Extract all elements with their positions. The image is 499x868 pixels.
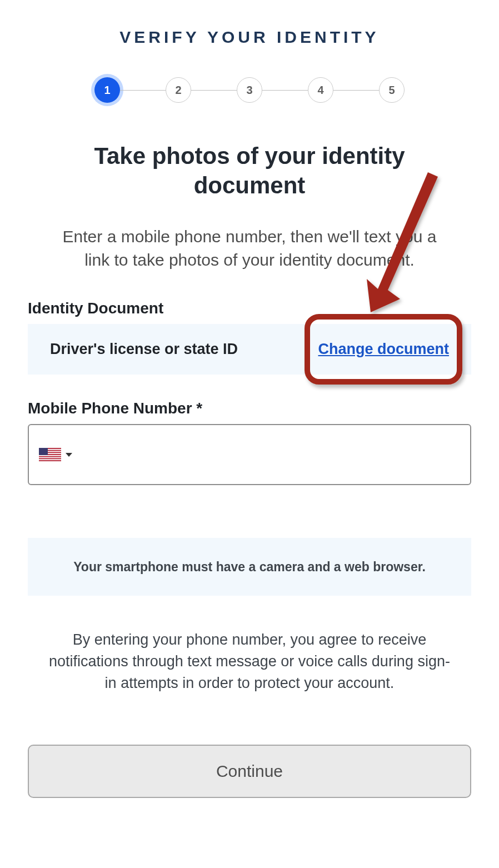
section-heading: Take photos of your identity document — [28, 142, 471, 200]
step-connector — [191, 90, 237, 91]
chevron-down-icon — [66, 453, 72, 457]
svg-rect-7 — [39, 448, 48, 455]
section-description: Enter a mobile phone number, then we'll … — [28, 225, 471, 272]
step-5: 5 — [379, 77, 405, 103]
country-code-selector[interactable] — [39, 448, 72, 461]
phone-input-wrapper — [28, 424, 471, 485]
step-1: 1 — [94, 77, 120, 103]
consent-text: By entering your phone number, you agree… — [28, 629, 471, 694]
step-connector — [333, 90, 379, 91]
phone-number-label: Mobile Phone Number * — [28, 400, 471, 417]
change-document-link[interactable]: Change document — [318, 341, 449, 358]
step-connector — [120, 90, 166, 91]
us-flag-icon — [39, 448, 61, 461]
svg-rect-5 — [39, 457, 61, 458]
identity-document-box: Driver's license or state ID Change docu… — [28, 324, 471, 375]
identity-document-value: Driver's license or state ID — [50, 341, 238, 358]
step-3: 3 — [237, 77, 262, 103]
svg-rect-4 — [39, 455, 61, 456]
step-4: 4 — [308, 77, 333, 103]
svg-rect-6 — [39, 459, 61, 460]
phone-number-input[interactable] — [72, 425, 460, 484]
step-connector — [262, 90, 308, 91]
smartphone-info-box: Your smartphone must have a camera and a… — [28, 538, 471, 596]
identity-document-label: Identity Document — [28, 300, 471, 317]
progress-stepper: 1 2 3 4 5 — [28, 77, 471, 103]
continue-button[interactable]: Continue — [28, 745, 471, 798]
step-2: 2 — [166, 77, 191, 103]
page-title: VERIFY YOUR IDENTITY — [28, 28, 471, 47]
